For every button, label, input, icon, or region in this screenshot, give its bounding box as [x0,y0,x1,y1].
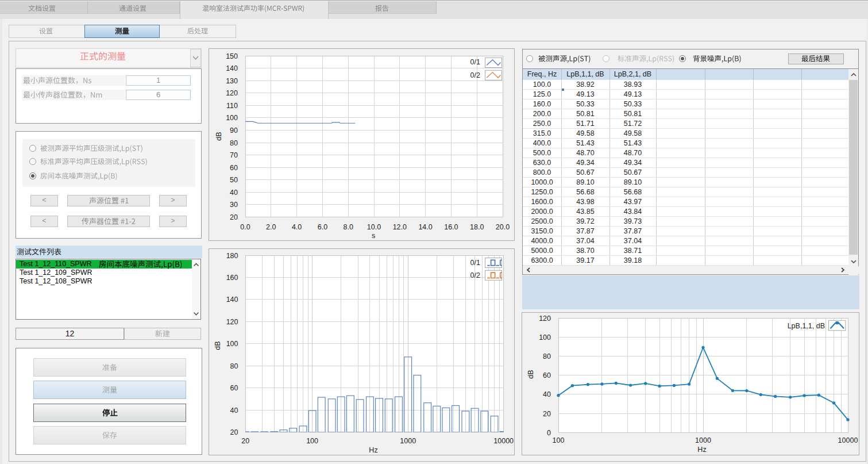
svg-text:dB: dB [527,370,535,378]
svg-text:40: 40 [543,390,551,398]
svg-text:0/2: 0/2 [470,71,480,79]
svg-text:10.0: 10.0 [367,223,381,231]
svg-text:10000: 10000 [493,437,514,445]
svg-text:20.0: 20.0 [496,223,510,231]
svg-text:160: 160 [226,274,238,282]
svg-text:120: 120 [226,318,238,326]
svg-text:30: 30 [230,201,238,209]
svg-text:80: 80 [230,362,238,370]
svg-text:60: 60 [230,384,238,392]
svg-text:12.0: 12.0 [393,223,407,231]
svg-text:100: 100 [226,114,238,122]
svg-text:20: 20 [241,437,249,445]
svg-text:100: 100 [553,436,565,444]
svg-text:0/2: 0/2 [470,271,480,279]
svg-text:80: 80 [543,352,551,361]
svg-text:120: 120 [226,89,238,97]
svg-text:Hz: Hz [697,446,706,454]
svg-text:40: 40 [230,407,238,415]
svg-text:0.0: 0.0 [240,223,250,231]
svg-text:140: 140 [226,296,238,304]
svg-text:14.0: 14.0 [418,223,432,231]
svg-text:90: 90 [230,126,238,135]
svg-text:1000: 1000 [400,437,416,445]
svg-text:8.0: 8.0 [344,223,353,231]
svg-text:60: 60 [230,164,238,172]
svg-text:dB: dB [214,341,222,350]
svg-text:180: 180 [226,252,238,260]
svg-text:50: 50 [230,176,238,184]
svg-text:20: 20 [230,428,238,436]
svg-text:120: 120 [539,315,551,323]
svg-text:20: 20 [543,410,551,418]
svg-text:0/1: 0/1 [470,259,480,267]
svg-text:80: 80 [230,139,238,147]
svg-text:100: 100 [306,437,318,445]
svg-text:70: 70 [230,151,238,159]
svg-text:100: 100 [226,340,238,348]
svg-text:110: 110 [226,102,238,110]
svg-text:16.0: 16.0 [444,223,458,231]
svg-text:100: 100 [539,333,551,342]
svg-text:140: 140 [226,64,238,72]
svg-text:0: 0 [547,429,551,437]
svg-text:60: 60 [543,371,551,379]
svg-text:1000: 1000 [695,436,711,444]
svg-text:150: 150 [226,52,238,60]
svg-text:6.0: 6.0 [318,223,327,231]
svg-text:dB: dB [215,132,223,140]
svg-text:Hz: Hz [369,446,377,454]
svg-text:130: 130 [226,77,238,85]
svg-text:LpB,1,1, dB: LpB,1,1, dB [788,322,825,330]
svg-text:0/1: 0/1 [470,58,480,66]
svg-text:10000: 10000 [838,436,858,444]
svg-text:s: s [372,232,375,240]
svg-text:18.0: 18.0 [470,223,484,231]
svg-text:4.0: 4.0 [292,223,302,231]
svg-text:40: 40 [230,189,238,197]
svg-text:2.0: 2.0 [266,223,276,231]
svg-text:20: 20 [230,213,238,221]
